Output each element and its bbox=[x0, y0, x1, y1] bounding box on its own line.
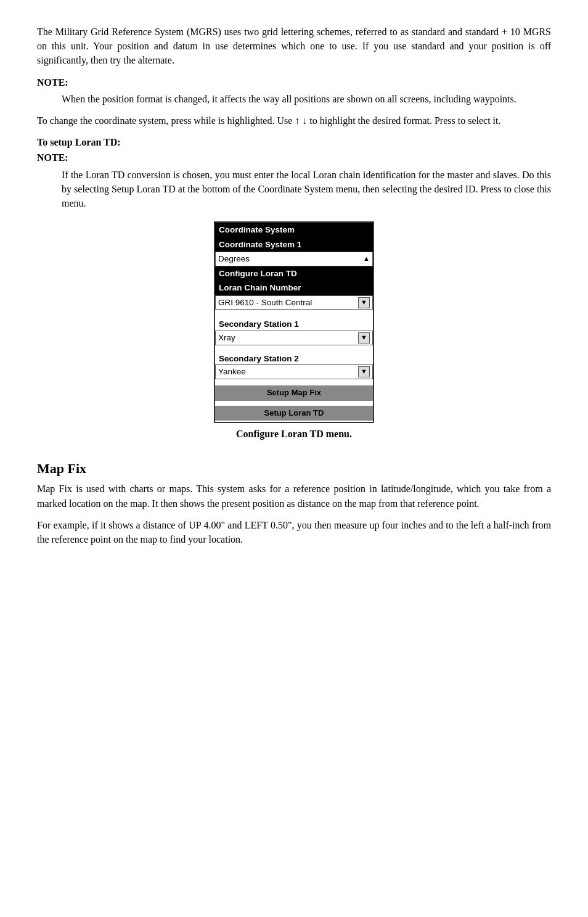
menu-degrees-row[interactable]: Degrees ▲ bbox=[215, 252, 373, 266]
configure-loran-td-menu: Coordinate System Coordinate System 1 De… bbox=[214, 221, 374, 423]
scrollbar-up-icon[interactable]: ▲ bbox=[363, 254, 370, 264]
setup-loran-note-content: If the Loran TD conversion is chosen, yo… bbox=[62, 168, 551, 211]
menu-title-row: Coordinate System bbox=[215, 223, 373, 237]
menu-degrees-label: Degrees bbox=[218, 253, 250, 265]
setup-loran-note-label: NOTE: bbox=[37, 150, 551, 165]
menu-loran-chain-label: Loran Chain Number bbox=[215, 281, 373, 295]
menu-secondary-station-1-label: Secondary Station 1 bbox=[215, 316, 373, 331]
menu-xray-row[interactable]: Xray ▼ bbox=[215, 331, 373, 345]
menu-caption: Configure Loran TD menu. bbox=[236, 427, 352, 441]
setup-loran-td-button[interactable]: Setup Loran TD bbox=[215, 406, 373, 421]
menu-coord-system-1[interactable]: Coordinate System 1 bbox=[215, 237, 373, 252]
menu-secondary-station-2-label: Secondary Station 2 bbox=[215, 350, 373, 365]
xray-dropdown-icon[interactable]: ▼ bbox=[358, 332, 370, 343]
menu-container: Coordinate System Coordinate System 1 De… bbox=[37, 221, 551, 442]
note-content: When the position format is changed, it … bbox=[62, 92, 551, 106]
map-fix-paragraph-1: Map Fix is used with charts or maps. Thi… bbox=[37, 482, 551, 510]
change-coord-paragraph: To change the coordinate system, press w… bbox=[37, 113, 551, 128]
menu-yankee-value: Yankee bbox=[218, 366, 246, 378]
note-text: When the position format is changed, it … bbox=[62, 94, 517, 104]
intro-paragraph: The Military Grid Reference System (MGRS… bbox=[37, 25, 551, 68]
yankee-dropdown-icon[interactable]: ▼ bbox=[358, 366, 370, 377]
menu-xray-value: Xray bbox=[218, 332, 235, 344]
menu-gri-value: GRI 9610 - South Central bbox=[218, 297, 312, 309]
setup-loran-heading: To setup Loran TD: bbox=[37, 135, 551, 149]
gri-dropdown-icon[interactable]: ▼ bbox=[358, 297, 370, 308]
menu-configure-loran[interactable]: Configure Loran TD bbox=[215, 266, 373, 281]
map-fix-paragraph-2: For example, if it shows a distance of U… bbox=[37, 518, 551, 546]
menu-gri-row[interactable]: GRI 9610 - South Central ▼ bbox=[215, 295, 373, 310]
menu-yankee-row[interactable]: Yankee ▼ bbox=[215, 364, 373, 379]
setup-map-fix-button[interactable]: Setup Map Fix bbox=[215, 385, 373, 401]
setup-loran-note-text: If the Loran TD conversion is chosen, yo… bbox=[62, 170, 551, 208]
map-fix-heading: Map Fix bbox=[37, 459, 551, 479]
note-label: NOTE: bbox=[37, 75, 551, 89]
